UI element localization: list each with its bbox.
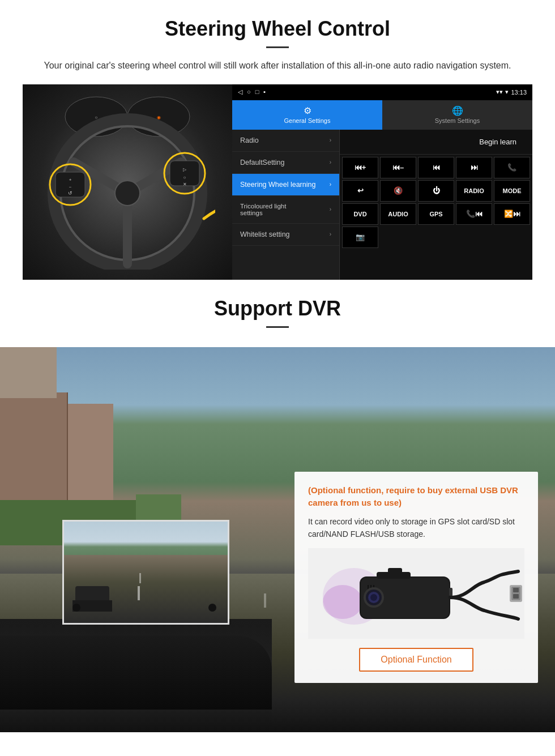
svg-text:+: + [69, 177, 72, 182]
tab-general-label: General Settings [284, 117, 331, 124]
controls-grid: ⏮+ ⏮– ⏮ ⏭ 📞 ↩ 🔇 ⏻ RADIO MODE DVD AUDIO [340, 155, 532, 250]
statusbar-right-icons: ▾▾ ▾ 13:13 [496, 88, 527, 96]
section-description: Your original car's steering wheel contr… [34, 58, 521, 73]
svg-text:↺: ↺ [68, 190, 72, 196]
ctrl-phone[interactable]: 📞 [494, 157, 530, 178]
android-tabs: ⚙ General Settings 🌐 System Settings [232, 100, 532, 130]
ctrl-camera[interactable]: 📷 [342, 227, 378, 248]
android-statusbar: ◁ ○ □ ▪ ▾▾ ▾ 13:13 [232, 84, 532, 100]
menu-item-tricolour[interactable]: Tricoloured lightsettings › [232, 196, 339, 224]
svg-rect-37 [513, 588, 519, 592]
time-display: 13:13 [511, 89, 527, 96]
android-panel: ◁ ○ □ ▪ ▾▾ ▾ 13:13 ⚙ General Settings [232, 84, 532, 280]
menu-item-whitelist[interactable]: Whitelist setting › [232, 224, 339, 246]
svg-text:○: ○ [183, 175, 186, 180]
tab-general-settings[interactable]: ⚙ General Settings [232, 100, 382, 130]
svg-text:✕: ✕ [183, 182, 187, 187]
menu-tricolour-label: Tricoloured lightsettings [240, 203, 286, 216]
steering-wheel-section: Steering Wheel Control Your original car… [0, 0, 555, 280]
svg-point-22 [323, 585, 362, 619]
home-icon: ○ [247, 88, 251, 96]
car-foreground [0, 619, 272, 732]
dvr-preview-image [62, 520, 229, 625]
menu-item-radio[interactable]: Radio › [232, 130, 339, 152]
dvr-title-area: Support DVR [0, 280, 555, 347]
ctrl-shuffle-next[interactable]: 🔀⏭ [494, 203, 530, 225]
ctrl-mute[interactable]: 🔇 [380, 180, 416, 202]
tab-system-settings[interactable]: 🌐 System Settings [382, 100, 532, 130]
optional-function-button-row: Optional Function [308, 648, 524, 672]
svg-rect-26 [388, 568, 402, 574]
ctrl-phone-prev[interactable]: 📞⏮ [456, 203, 492, 225]
menu-steering-label: Steering Wheel learning [240, 181, 315, 189]
title-divider [266, 46, 289, 48]
wifi-icon: ▾ [505, 88, 509, 96]
ctrl-next-track[interactable]: ⏭ [456, 157, 492, 178]
signal-icon: ▾▾ [496, 88, 503, 96]
begin-learn-button[interactable]: Begin learn [470, 134, 526, 150]
steering-content-area: ○ ◉ + – ↺ [23, 84, 532, 280]
menu-item-default[interactable]: DefaultSetting › [232, 152, 339, 174]
dvr-info-box: (Optional function, require to buy exter… [294, 472, 538, 684]
dvr-title: Support DVR [0, 297, 555, 321]
main-title: Steering Wheel Control [23, 17, 532, 41]
ctrl-radio[interactable]: RADIO [456, 180, 492, 202]
chevron-icon: › [330, 181, 331, 187]
dvr-background: (Optional function, require to buy exter… [0, 347, 555, 732]
menu-default-label: DefaultSetting [240, 159, 285, 166]
svg-text:▷: ▷ [183, 167, 187, 172]
ctrl-prev-track[interactable]: ⏮ [418, 157, 454, 178]
android-body: Radio › DefaultSetting › Steering Wheel … [232, 130, 532, 280]
ctrl-hang-up[interactable]: ↩ [342, 180, 378, 202]
dvr-section: Support DVR [0, 280, 555, 732]
gear-icon: ⚙ [304, 105, 311, 116]
steering-wheel-image: ○ ◉ + – ↺ [23, 84, 232, 280]
menu-whitelist-label: Whitelist setting [240, 230, 290, 238]
steering-wheel-background: ○ ◉ + – ↺ [23, 84, 232, 280]
chevron-icon: › [330, 159, 331, 165]
content-panel: Begin learn ⏮+ ⏮– ⏮ ⏭ 📞 ↩ 🔇 ⏻ R [340, 130, 532, 280]
recents-icon: □ [255, 88, 259, 96]
ctrl-mode[interactable]: MODE [494, 180, 530, 202]
ctrl-audio[interactable]: AUDIO [380, 203, 416, 225]
menu-panel: Radio › DefaultSetting › Steering Wheel … [232, 130, 340, 280]
chevron-icon: › [330, 206, 331, 212]
dvr-camera-svg [309, 551, 524, 636]
tab-system-label: System Settings [435, 117, 480, 124]
chevron-icon: › [330, 137, 331, 143]
ctrl-dvd[interactable]: DVD [342, 203, 378, 225]
svg-point-9 [115, 181, 140, 206]
svg-rect-38 [513, 594, 519, 599]
optional-function-button[interactable]: Optional Function [359, 648, 473, 672]
globe-icon: 🌐 [452, 105, 463, 116]
menu-item-steering[interactable]: Steering Wheel learning › [232, 174, 339, 196]
ctrl-vol-minus[interactable]: ⏮– [380, 157, 416, 178]
media-icon: ▪ [263, 88, 266, 96]
svg-rect-34 [449, 588, 452, 596]
back-icon: ◁ [238, 88, 242, 96]
steering-wheel-svg: ○ ◉ + – ↺ [40, 94, 215, 270]
statusbar-nav-icons: ◁ ○ □ ▪ [238, 88, 266, 96]
begin-learn-row: Begin learn [340, 130, 532, 155]
chevron-icon: › [330, 231, 331, 237]
svg-point-33 [370, 594, 377, 601]
dvr-description: It can record video only to storage in G… [308, 515, 524, 541]
dvr-camera-illustration [308, 548, 524, 639]
ctrl-vol-plus[interactable]: ⏮+ [342, 157, 378, 178]
svg-text:–: – [69, 185, 71, 189]
dvr-optional-text: (Optional function, require to buy exter… [308, 484, 524, 510]
menu-radio-label: Radio [240, 136, 259, 144]
dvr-preview-inner [64, 522, 228, 623]
ctrl-gps[interactable]: GPS [418, 203, 454, 225]
ctrl-power[interactable]: ⏻ [418, 180, 454, 202]
dvr-title-divider [266, 326, 289, 328]
